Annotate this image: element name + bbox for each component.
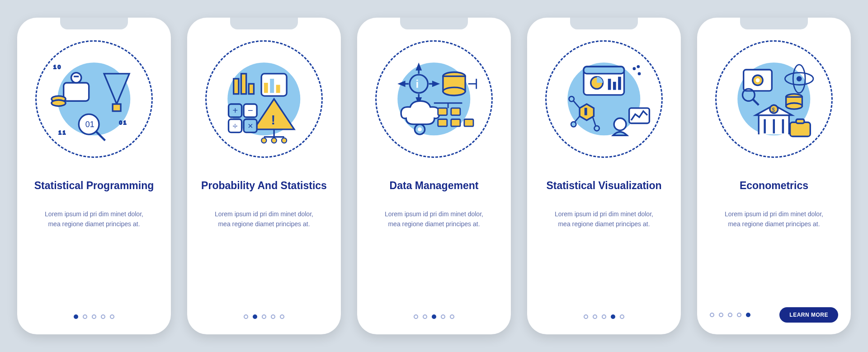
card-description: Lorem ipsum id pri dim minet dolor, mea … [550,209,658,229]
svg-point-69 [569,96,574,101]
card-title: Probability And Statistics [201,172,327,199]
svg-rect-52 [451,108,460,115]
illustration-frame: 01 1 00 11 1 [35,40,153,158]
svg-rect-99 [796,119,804,124]
card-description: Lorem ipsum id pri dim minet dolor, mea … [40,209,148,229]
svg-rect-64 [608,79,611,90]
svg-point-34 [282,138,287,143]
svg-point-50 [418,128,422,132]
svg-point-78 [638,72,641,76]
svg-text:0 1: 0 1 [119,120,127,125]
svg-text:+: + [233,105,238,115]
svg-rect-55 [464,119,473,127]
svg-point-75 [614,118,626,130]
page-dot-2[interactable] [593,314,597,319]
econometrics-illustration: $ [723,48,825,150]
page-dot-2[interactable] [423,314,427,319]
phone-notch [60,18,128,29]
page-dots [710,313,750,317]
svg-rect-53 [438,119,447,127]
probability-statistics-illustration: ! + − ÷ × [213,48,315,150]
svg-text:$: $ [772,107,775,113]
page-dot-5[interactable] [280,314,284,319]
page-dot-2[interactable] [719,313,723,317]
svg-rect-65 [613,82,616,90]
onboarding-card-2: ! + − ÷ × Probability And Statistics Lor… [187,18,341,334]
page-dot-3[interactable] [92,314,96,319]
card-title: Statistical Visualization [546,172,661,199]
page-dot-1[interactable] [244,314,248,319]
svg-point-91 [786,103,802,109]
onboarding-card-1: 01 1 00 11 1 Statistical Programming Lor… [17,18,171,334]
page-dot-5[interactable] [450,314,454,319]
learn-more-button[interactable]: LEARN MORE [779,307,838,323]
page-dot-4[interactable] [271,314,275,319]
svg-text:01: 01 [85,120,94,129]
onboarding-card-4: i Statistical Visualization Lorem ipsum … [527,18,681,334]
statistical-programming-illustration: 01 1 00 11 1 [43,48,145,150]
svg-text:!: ! [271,113,276,127]
svg-rect-76 [629,108,650,124]
svg-rect-19 [270,79,274,93]
card-description: Lorem ipsum id pri dim minet dolor, mea … [210,209,318,229]
card-title: Data Management [390,172,479,199]
phone-notch [570,18,638,29]
statistical-visualization-illustration: i [553,48,655,150]
page-dot-3[interactable] [432,314,436,319]
page-dot-5[interactable] [620,314,624,319]
svg-point-77 [633,67,636,71]
page-dots [584,314,624,319]
svg-rect-1 [64,83,89,101]
illustration-frame: $ [715,40,833,158]
svg-point-32 [261,138,266,143]
page-dot-4[interactable] [101,314,105,319]
svg-text:1 1: 1 1 [59,130,66,135]
page-dot-5[interactable] [746,313,750,317]
card-footer: LEARN MORE [697,307,851,323]
svg-rect-62 [584,67,624,74]
svg-point-79 [637,65,640,68]
page-dot-4[interactable] [611,314,615,319]
page-dot-1[interactable] [414,314,418,319]
svg-rect-3 [74,76,79,77]
page-dot-4[interactable] [441,314,445,319]
svg-rect-15 [241,74,246,94]
illustration-frame: ! + − ÷ × [205,40,323,158]
page-dots [74,314,114,319]
page-dot-2[interactable] [83,314,87,319]
illustration-frame: i [375,40,493,158]
phone-notch [740,18,808,29]
illustration-frame: i [545,40,663,158]
svg-rect-20 [276,85,280,93]
svg-text:i: i [416,78,419,90]
svg-rect-54 [451,119,460,127]
svg-point-2 [71,73,81,83]
page-dot-4[interactable] [737,313,741,317]
page-dot-3[interactable] [602,314,606,319]
svg-point-71 [594,126,599,131]
onboarding-card-5: $ Econometrics Lorem ipsum id pri dim mi… [697,18,851,334]
card-title: Econometrics [740,172,808,199]
svg-text:−: − [248,105,253,115]
card-description: Lorem ipsum id pri dim minet dolor, mea … [720,209,828,229]
onboarding-card-3: i Data Management Lorem ipsum id pri dim… [357,18,511,334]
page-dot-2[interactable] [253,314,257,319]
phone-notch [230,18,298,29]
page-dot-3[interactable] [262,314,266,319]
svg-rect-6 [113,104,121,111]
page-dot-1[interactable] [584,314,588,319]
svg-rect-18 [264,83,268,93]
page-dot-1[interactable] [74,314,78,319]
svg-rect-98 [790,122,811,136]
svg-point-83 [756,78,760,82]
page-dot-3[interactable] [728,313,732,317]
page-dots [414,314,454,319]
svg-point-33 [272,138,277,143]
svg-point-88 [797,77,801,81]
svg-rect-16 [249,84,254,94]
svg-text:i: i [585,108,587,117]
svg-text:1 0: 1 0 [54,64,61,70]
page-dot-5[interactable] [110,314,114,319]
svg-text:×: × [248,121,253,131]
page-dot-1[interactable] [710,313,714,317]
